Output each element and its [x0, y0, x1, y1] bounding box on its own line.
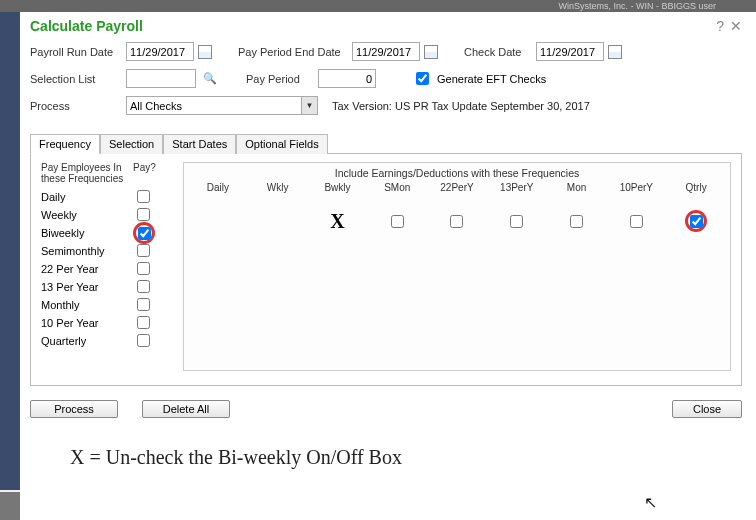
help-icon[interactable]: ? — [716, 18, 724, 34]
col-10pery: 10PerY — [606, 182, 666, 193]
freq-daily-checkbox[interactable] — [137, 190, 150, 203]
include-mon-checkbox[interactable] — [570, 215, 583, 228]
tab-start-dates[interactable]: Start Dates — [163, 134, 236, 154]
pay-period-input[interactable] — [318, 69, 376, 88]
freq-13peryear-label: 13 Per Year — [41, 281, 133, 293]
pay-column-header: Pay? — [133, 162, 156, 184]
check-date-input[interactable] — [536, 42, 604, 61]
highlight-circle — [133, 222, 155, 244]
include-qtrly-checkbox[interactable] — [690, 215, 703, 228]
side-ribbon — [0, 12, 20, 490]
freq-weekly-label: Weekly — [41, 209, 133, 221]
col-daily: Daily — [188, 182, 248, 193]
payroll-run-date-input[interactable] — [126, 42, 194, 61]
delete-all-button[interactable]: Delete All — [142, 400, 230, 418]
include-22pery-checkbox[interactable] — [450, 215, 463, 228]
freq-22peryear-label: 22 Per Year — [41, 263, 133, 275]
app-topbar: WinSystems, Inc. - WIN - BBIGGS user — [0, 0, 756, 12]
tab-optional-fields[interactable]: Optional Fields — [236, 134, 327, 154]
tab-selection[interactable]: Selection — [100, 134, 163, 154]
col-13pery: 13PerY — [487, 182, 547, 193]
freq-monthly-checkbox[interactable] — [137, 298, 150, 311]
calculate-payroll-dialog: Calculate Payroll ? ✕ Payroll Run Date P… — [20, 12, 752, 520]
freq-semimonthly-checkbox[interactable] — [137, 244, 150, 257]
include-13pery-checkbox[interactable] — [510, 215, 523, 228]
mouse-cursor-icon: ↖ — [644, 493, 657, 512]
col-22pery: 22PerY — [427, 182, 487, 193]
pay-frequencies-header: Pay Employees In these Frequencies — [41, 162, 133, 184]
calendar-icon[interactable] — [198, 45, 212, 59]
col-wkly: Wkly — [248, 182, 308, 193]
process-label: Process — [30, 100, 122, 112]
calendar-icon[interactable] — [608, 45, 622, 59]
freq-10peryear-checkbox[interactable] — [137, 316, 150, 329]
tab-strip: Frequency Selection Start Dates Optional… — [30, 133, 742, 154]
process-button[interactable]: Process — [30, 400, 118, 418]
check-date-label: Check Date — [464, 46, 532, 58]
col-mon: Mon — [547, 182, 607, 193]
search-icon[interactable]: 🔍 — [200, 72, 220, 85]
freq-biweekly-checkbox[interactable] — [138, 227, 151, 240]
footnote-text: X = Un-check the Bi-weekly On/Off Box — [70, 446, 752, 469]
freq-10peryear-label: 10 Per Year — [41, 317, 133, 329]
col-smon: SMon — [367, 182, 427, 193]
freq-semimonthly-label: Semimonthly — [41, 245, 133, 257]
close-icon[interactable]: ✕ — [730, 18, 742, 34]
include-title: Include Earnings/Deductions with these F… — [188, 167, 726, 179]
pay-period-label: Pay Period — [246, 73, 314, 85]
freq-daily-label: Daily — [41, 191, 133, 203]
include-smon-checkbox[interactable] — [391, 215, 404, 228]
freq-biweekly-label: Biweekly — [41, 227, 133, 239]
dialog-title: Calculate Payroll — [30, 18, 716, 34]
close-button[interactable]: Close — [672, 400, 742, 418]
freq-quarterly-checkbox[interactable] — [137, 334, 150, 347]
freq-monthly-label: Monthly — [41, 299, 133, 311]
col-qtrly: Qtrly — [666, 182, 726, 193]
pay-period-end-date-label: Pay Period End Date — [238, 46, 348, 58]
tab-frequency[interactable]: Frequency — [30, 134, 100, 154]
freq-quarterly-label: Quarterly — [41, 335, 133, 347]
generate-eft-label: Generate EFT Checks — [437, 73, 546, 85]
col-bwkly: Bwkly — [308, 182, 368, 193]
highlight-circle — [685, 210, 707, 232]
freq-22peryear-checkbox[interactable] — [137, 262, 150, 275]
tax-version-text: Tax Version: US PR Tax Update September … — [332, 100, 590, 112]
generate-eft-checkbox[interactable] — [416, 72, 429, 85]
selection-list-input[interactable] — [126, 69, 196, 88]
payroll-run-date-label: Payroll Run Date — [30, 46, 122, 58]
pay-period-end-date-input[interactable] — [352, 42, 420, 61]
freq-weekly-checkbox[interactable] — [137, 208, 150, 221]
freq-13peryear-checkbox[interactable] — [137, 280, 150, 293]
calendar-icon[interactable] — [424, 45, 438, 59]
biweekly-x-marker: X — [330, 210, 344, 233]
frequency-panel: Pay Employees In these Frequencies Pay? … — [30, 154, 742, 386]
selection-list-label: Selection List — [30, 73, 122, 85]
include-10pery-checkbox[interactable] — [630, 215, 643, 228]
process-select[interactable] — [126, 96, 318, 115]
